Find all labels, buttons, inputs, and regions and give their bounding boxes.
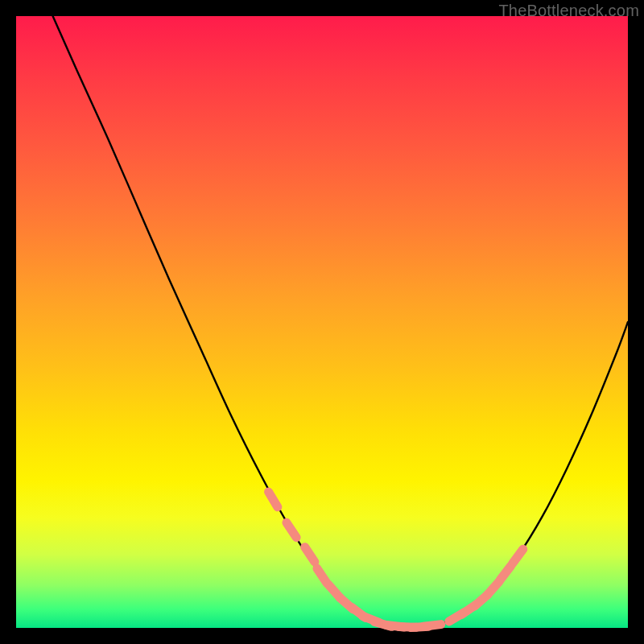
range-marker — [423, 625, 441, 627]
range-marker — [305, 547, 315, 562]
recommended-range-markers-basin — [363, 616, 441, 627]
range-marker — [269, 492, 278, 507]
chart-frame — [16, 16, 628, 628]
range-marker — [317, 568, 327, 583]
curve-layer — [53, 16, 628, 627]
range-marker — [513, 549, 523, 564]
range-marker — [287, 522, 296, 537]
range-marker — [500, 566, 510, 580]
range-marker — [487, 581, 499, 594]
chart-svg — [16, 16, 628, 628]
recommended-range-markers-right — [449, 549, 523, 621]
recommended-range-markers-left — [269, 492, 366, 618]
bottleneck-curve — [53, 16, 628, 627]
